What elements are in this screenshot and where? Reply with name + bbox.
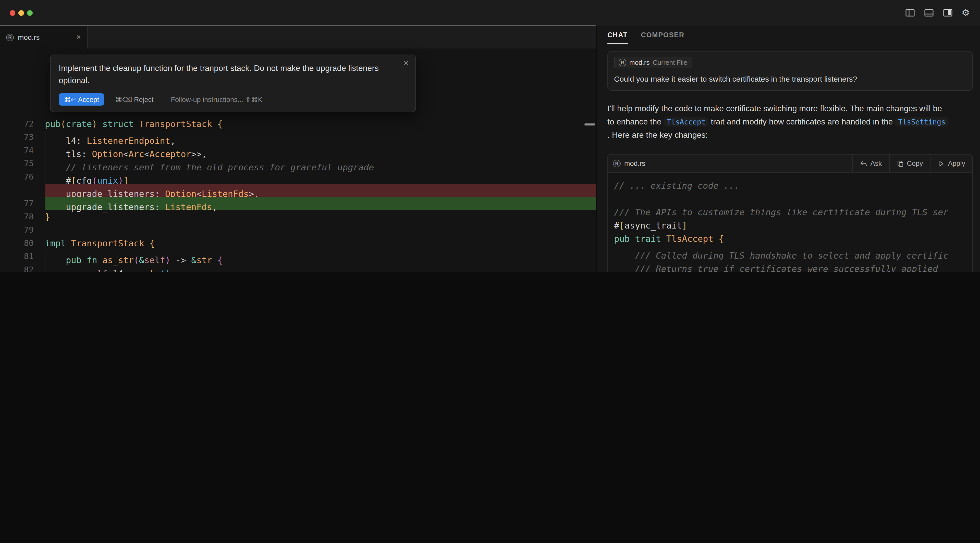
- line-number: 75: [0, 157, 34, 170]
- rust-file-icon: [6, 33, 14, 41]
- chat-code-line: /// Returns true if certificates were su…: [614, 259, 972, 272]
- pill-tag: Current File: [652, 59, 687, 66]
- copy-button[interactable]: Copy: [889, 154, 930, 172]
- chat-tab-composer[interactable]: COMPOSER: [641, 31, 684, 44]
- prompt-text: Implement the cleanup function for the t…: [59, 62, 388, 87]
- line-number: 77: [0, 197, 34, 210]
- panel-bottom-icon[interactable]: [924, 8, 934, 18]
- line-number: 81: [0, 250, 34, 263]
- pill-file: mod.rs: [629, 59, 649, 66]
- split-editor-icon[interactable]: [905, 8, 915, 18]
- assistant-message-text: I'll help modify the code to make certif…: [608, 102, 950, 142]
- code-line[interactable]: 74tls: Option<Arc<Acceptor>>,: [0, 144, 596, 157]
- app-window: ⚙ mod.rs ✕ 72pub(crate) struct Transport…: [0, 0, 980, 272]
- copy-icon: [897, 160, 904, 167]
- panel-right-icon[interactable]: [943, 8, 953, 18]
- window-controls[interactable]: [10, 10, 33, 16]
- tab-bar: mod.rs ✕: [0, 26, 596, 48]
- code-line[interactable]: 82self.l4.as_str(): [0, 263, 596, 272]
- chat-code-line: /// The APIs to customize things like ce…: [614, 206, 972, 219]
- dialog-close-icon[interactable]: ✕: [403, 59, 409, 67]
- code-line[interactable]: 80impl TransportStack {: [0, 237, 596, 250]
- code-line[interactable]: 73l4: ListenerEndpoint,: [0, 130, 596, 144]
- line-number: 78: [0, 210, 34, 224]
- user-message-card: mod.rs Current File Could you make it ea…: [608, 51, 973, 91]
- code-editor: 72pub(crate) struct TransportStack {73l4…: [0, 117, 596, 272]
- code-line[interactable]: 75// listeners sent from the old process…: [0, 157, 596, 170]
- line-number: 76: [0, 170, 34, 184]
- chat-code-block: mod.rs AskCopyApply // ... existing code…: [608, 154, 973, 272]
- user-message-text: Could you make it easier to switch certi…: [614, 75, 966, 83]
- chat-code-line: // ... existing code ...: [614, 179, 972, 192]
- traffic-light[interactable]: [18, 10, 24, 16]
- line-number: 72: [0, 117, 34, 130]
- context-pill[interactable]: mod.rs Current File: [614, 57, 692, 68]
- code-line[interactable]: 77upgrade_listeners: ListenFds,: [0, 197, 596, 210]
- line-number: [0, 184, 34, 197]
- code-line[interactable]: 78}: [0, 210, 596, 224]
- accept-button[interactable]: ⌘↵ Accept: [59, 93, 104, 106]
- chat-tabs: CHATCOMPOSER: [608, 31, 973, 44]
- line-number: 73: [0, 130, 34, 144]
- editor-pane: mod.rs ✕ 72pub(crate) struct TransportSt…: [0, 25, 596, 272]
- chat-tab-chat[interactable]: CHAT: [608, 31, 628, 44]
- titlebar: ⚙: [0, 0, 980, 25]
- rust-file-icon: [619, 59, 626, 66]
- scrollbar-thumb[interactable]: [584, 124, 595, 125]
- code-line[interactable]: 79: [0, 224, 596, 237]
- line-number: 80: [0, 237, 34, 250]
- inline-code-chip[interactable]: TlsSettings: [895, 117, 948, 127]
- chat-code-line: #[async_trait]: [614, 219, 972, 232]
- rust-file-icon: [613, 160, 620, 167]
- editor-top-border: [0, 25, 596, 26]
- chat-code-line: pub trait TlsAccept {: [614, 232, 972, 245]
- play-icon: [938, 160, 945, 167]
- line-number: 79: [0, 224, 34, 237]
- settings-gear-icon[interactable]: ⚙: [962, 8, 970, 18]
- ask-button[interactable]: Ask: [853, 154, 889, 172]
- code-line[interactable]: upgrade_listeners: Option<ListenFds>,: [0, 184, 596, 197]
- code-line[interactable]: 72pub(crate) struct TransportStack {: [0, 117, 596, 130]
- apply-button[interactable]: Apply: [930, 154, 972, 172]
- traffic-light[interactable]: [10, 10, 15, 16]
- tab-label: mod.rs: [18, 33, 40, 41]
- reject-button[interactable]: ⌘⌫ Reject: [115, 95, 153, 103]
- traffic-light[interactable]: [27, 10, 33, 16]
- line-number: 74: [0, 144, 34, 157]
- line-number: 82: [0, 263, 34, 272]
- followup-button[interactable]: Follow-up instructions... ⇧⌘K: [171, 95, 262, 103]
- inline-prompt-dialog: ✕ Implement the cleanup function for the…: [50, 55, 416, 112]
- chat-panel: CHATCOMPOSER mod.rs Current File Could y…: [597, 25, 980, 272]
- code-block-filename: mod.rs: [624, 160, 646, 167]
- code-line[interactable]: 76#[cfg(unix)]: [0, 170, 596, 184]
- undo-arrow-icon: [860, 160, 867, 167]
- code-block-body: // ... existing code .../// The APIs to …: [608, 173, 972, 272]
- inline-code-chip[interactable]: TlsAccept: [664, 117, 709, 127]
- code-block-header: mod.rs AskCopyApply: [608, 154, 972, 173]
- tab-mod-rs[interactable]: mod.rs ✕: [0, 26, 88, 48]
- tab-close-icon[interactable]: ✕: [76, 34, 81, 41]
- chat-code-line: [614, 192, 972, 206]
- chat-code-line: /// Called during TLS handshake to selec…: [614, 245, 972, 259]
- code-line[interactable]: 81pub fn as_str(&self) -> &str {: [0, 250, 596, 263]
